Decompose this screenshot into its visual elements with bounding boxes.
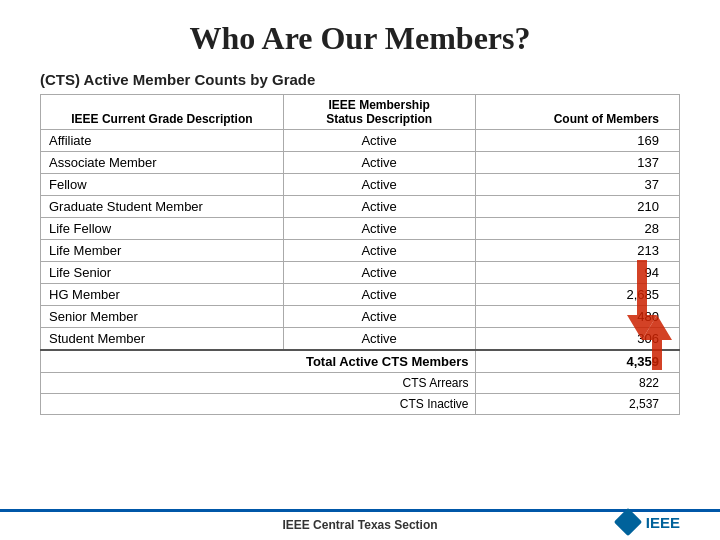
members-table: IEEE Current Grade Description IEEE Memb…	[40, 94, 680, 415]
ieee-logo-diamond	[614, 508, 642, 536]
ieee-logo-text: IEEE	[646, 514, 680, 531]
header-grade: IEEE Current Grade Description	[41, 95, 284, 130]
table-row: Affiliate Active 169	[41, 130, 680, 152]
subtitle: (CTS) Active Member Counts by Grade	[40, 71, 680, 88]
arrow-decoration	[627, 260, 682, 370]
footer-count: 2,537	[475, 394, 680, 415]
total-row: Total Active CTS Members 4,359	[41, 350, 680, 373]
cell-status: Active	[283, 240, 475, 262]
cell-count: 28	[475, 218, 680, 240]
ieee-logo: IEEE	[614, 508, 680, 536]
cell-status: Active	[283, 328, 475, 351]
table-row: Associate Member Active 137	[41, 152, 680, 174]
total-label: Total Active CTS Members	[41, 350, 476, 373]
cell-grade: Life Member	[41, 240, 284, 262]
cell-grade: Senior Member	[41, 306, 284, 328]
cell-grade: Graduate Student Member	[41, 196, 284, 218]
cell-count: 37	[475, 174, 680, 196]
cell-status: Active	[283, 262, 475, 284]
cell-grade: Life Senior	[41, 262, 284, 284]
footer-label: CTS Arrears	[41, 373, 476, 394]
cell-grade: Student Member	[41, 328, 284, 351]
footer-text: IEEE Central Texas Section	[282, 518, 437, 532]
table-row: Fellow Active 37	[41, 174, 680, 196]
cell-status: Active	[283, 306, 475, 328]
page-title: Who Are Our Members?	[40, 20, 680, 57]
footer-label: CTS Inactive	[41, 394, 476, 415]
table-row: Life Senior Active 94	[41, 262, 680, 284]
table-row: Senior Member Active 480	[41, 306, 680, 328]
cell-count: 137	[475, 152, 680, 174]
cell-count: 169	[475, 130, 680, 152]
cell-grade: HG Member	[41, 284, 284, 306]
table-row: Life Fellow Active 28	[41, 218, 680, 240]
footer-count: 822	[475, 373, 680, 394]
cell-status: Active	[283, 218, 475, 240]
table-row: Student Member Active 306	[41, 328, 680, 351]
page: Who Are Our Members? (CTS) Active Member…	[0, 0, 720, 540]
cell-grade: Life Fellow	[41, 218, 284, 240]
header-count: Count of Members	[475, 95, 680, 130]
cell-count: 210	[475, 196, 680, 218]
cell-status: Active	[283, 152, 475, 174]
svg-rect-2	[614, 508, 642, 536]
header-status: IEEE Membership Status Description	[283, 95, 475, 130]
bottom-bar	[0, 509, 720, 512]
table-row: Life Member Active 213	[41, 240, 680, 262]
footer-row: CTS Arrears 822	[41, 373, 680, 394]
table-row: Graduate Student Member Active 210	[41, 196, 680, 218]
cell-grade: Fellow	[41, 174, 284, 196]
cell-status: Active	[283, 130, 475, 152]
table-row: HG Member Active 2,685	[41, 284, 680, 306]
cell-status: Active	[283, 284, 475, 306]
cell-grade: Associate Member	[41, 152, 284, 174]
cell-count: 213	[475, 240, 680, 262]
cell-grade: Affiliate	[41, 130, 284, 152]
footer-row: CTS Inactive 2,537	[41, 394, 680, 415]
cell-status: Active	[283, 196, 475, 218]
cell-status: Active	[283, 174, 475, 196]
